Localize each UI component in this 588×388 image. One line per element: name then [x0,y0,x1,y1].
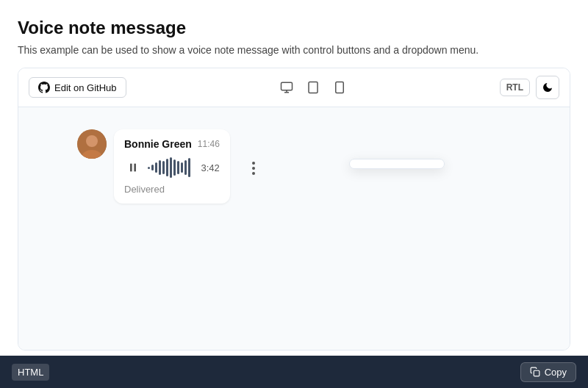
avatar-svg [77,129,107,159]
sender-name: Bonnie Green [124,138,192,150]
toolbar-icons [275,76,351,99]
demo-toolbar: Edit on GitHub [18,68,570,107]
wave-bar [181,162,183,173]
wave-bar [184,160,187,175]
pause-icon [127,162,139,173]
message-bubble: Bonnie Green 11:46 3:42 [114,129,230,204]
dark-mode-button[interactable] [536,76,559,99]
desktop-view-button[interactable] [275,76,298,99]
chat-area: Bonnie Green 11:46 3:42 [33,129,555,204]
dropdown-menu [349,159,445,169]
mobile-icon [333,81,346,94]
svg-rect-15 [534,370,539,376]
page-title: Voice note message [18,18,570,38]
duration-label: 3:42 [201,162,220,173]
toolbar-right: RTL [500,76,559,99]
demo-card: Edit on GitHub [18,68,570,351]
wave-bar [159,160,161,175]
svg-point-14 [252,172,255,175]
message-time: 11:46 [198,139,220,149]
play-pause-button[interactable] [124,159,142,176]
github-icon [38,82,50,93]
dots-vertical-icon [252,161,255,176]
page-description: This example can be used to show a voice… [18,44,570,56]
wave-bar [148,167,150,169]
svg-rect-10 [130,164,132,172]
wave-bar [173,159,176,176]
copy-code-button[interactable]: Copy [520,362,576,382]
wave-bar [151,165,154,170]
copy-btn-label: Copy [545,367,567,378]
wave-bar [188,158,190,177]
wave-bar [170,157,172,178]
tablet-icon [306,81,320,94]
wave-bar [162,161,165,174]
avatar [77,129,107,159]
svg-rect-0 [281,82,292,90]
mobile-view-button[interactable] [328,76,351,99]
rtl-toggle-button[interactable]: RTL [500,79,530,96]
demo-body: Bonnie Green 11:46 3:42 [18,107,570,350]
voice-player: 3:42 [124,157,220,178]
message-header: Bonnie Green 11:46 [124,138,220,150]
avatar-image [77,129,107,159]
edit-on-github-button[interactable]: Edit on GitHub [29,77,126,98]
toolbar-left: Edit on GitHub [29,77,126,98]
wave-bar [177,161,179,174]
svg-point-8 [86,135,98,147]
delivered-status: Delivered [124,184,220,195]
svg-rect-11 [134,164,136,172]
message-row: Bonnie Green 11:46 3:42 [77,129,264,204]
tablet-view-button[interactable] [301,76,325,99]
html-tab[interactable]: HTML [12,364,49,381]
waveform [148,157,196,178]
more-options-button[interactable] [243,158,264,179]
wave-bar [166,159,168,176]
desktop-icon [280,81,293,94]
svg-point-13 [252,167,255,170]
svg-point-12 [252,162,255,165]
wave-bar [155,162,157,173]
github-btn-label: Edit on GitHub [54,82,117,93]
moon-icon [542,82,553,93]
code-footer: HTML Copy [0,356,588,388]
copy-icon [530,367,540,377]
